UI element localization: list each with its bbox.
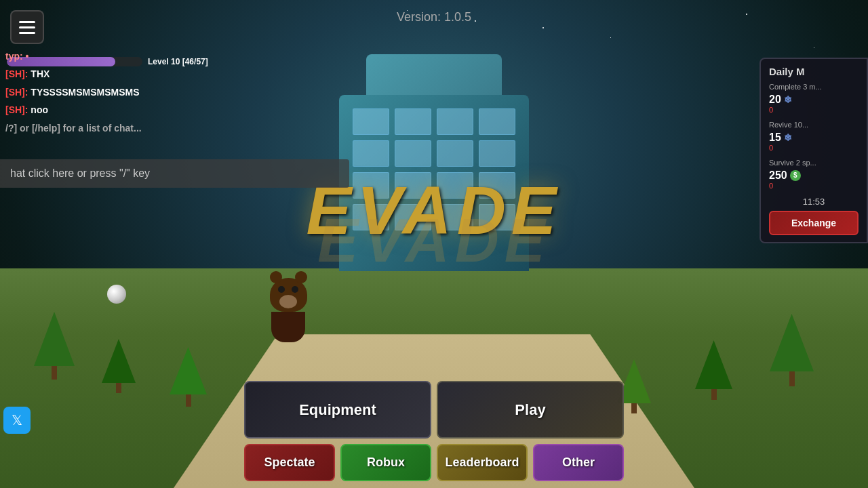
chat-input-placeholder: hat click here or press "/" key (10, 167, 150, 179)
menu-bar-2 (19, 26, 35, 28)
play-label: Play (515, 401, 545, 418)
mission-2: Revive 10... 15 ❄ 0 (769, 121, 859, 152)
exchange-button[interactable]: Exchange (769, 211, 859, 235)
mission-3-reward: 250 $ (769, 169, 859, 182)
coin-icon: $ (790, 170, 801, 181)
chat-message-3: [SH]: TYSSSSMSMSMSMSMS (0, 83, 353, 101)
chat-message-1: typ: • (0, 47, 353, 65)
menu-bar-1 (19, 21, 35, 23)
mission-3-progress: 0 (769, 182, 859, 190)
floating-sphere (107, 285, 126, 304)
character (264, 278, 312, 339)
chat-text-2: THX (31, 68, 50, 79)
top-button-row: Equipment Play (244, 381, 624, 439)
chat-username-3: [SH]: (5, 87, 28, 98)
mission-3-desc: Survive 2 sp... (769, 159, 859, 167)
chat-input-area[interactable]: hat click here or press "/" key (0, 159, 349, 188)
star (814, 47, 814, 48)
chat-message-5: /?] or [/help] for a list of chat... (0, 119, 353, 137)
bottom-button-row: Spectate Robux Leaderboard Other (244, 444, 624, 481)
mission-3: Survive 2 sp... 250 $ 0 (769, 159, 859, 190)
mission-1-progress: 0 (769, 106, 859, 114)
mission-1-desc: Complete 3 m... (769, 83, 859, 91)
mission-2-reward: 15 ❄ (769, 131, 859, 144)
star (746, 14, 747, 15)
tree (770, 314, 814, 386)
mission-1: Complete 3 m... 20 ❄ 0 (769, 83, 859, 114)
bottom-buttons: Equipment Play Spectate Robux Leaderboar… (244, 381, 624, 481)
menu-button[interactable] (10, 10, 44, 44)
twitter-button[interactable]: 𝕏 (3, 407, 31, 434)
equipment-label: Equipment (299, 401, 376, 418)
menu-bar-3 (19, 32, 35, 34)
chat-area: typ: • [SH]: THX [SH]: TYSSSSMSMSMSMSMS … (0, 47, 353, 137)
chat-text-1: • (26, 51, 29, 62)
chat-username-1: typ: (5, 51, 23, 62)
twitter-icon: 𝕏 (12, 412, 22, 428)
chat-message-4: [SH]: noo (0, 101, 353, 119)
daily-timer: 11:53 (769, 197, 859, 207)
equipment-button[interactable]: Equipment (244, 381, 431, 439)
robux-button[interactable]: Robux (340, 444, 431, 481)
snowflake-icon-1: ❄ (784, 94, 792, 105)
chat-username-4: [SH]: (5, 104, 28, 115)
other-button[interactable]: Other (533, 444, 624, 481)
mission-1-amount: 20 (769, 94, 781, 106)
leaderboard-button[interactable]: Leaderboard (437, 444, 528, 481)
tree (170, 347, 207, 407)
daily-missions-panel: Daily M Complete 3 m... 20 ❄ 0 Revive 10… (760, 58, 868, 243)
chat-text-4: noo (31, 104, 48, 115)
star (542, 27, 544, 28)
play-button[interactable]: Play (437, 381, 624, 439)
chat-username-2: [SH]: (5, 68, 28, 79)
star (610, 37, 611, 38)
mission-2-progress: 0 (769, 144, 859, 152)
star (475, 20, 476, 22)
chat-text-3: TYSSSSMSMSMSMSMS (31, 87, 139, 98)
mission-3-amount: 250 (769, 169, 787, 182)
spectate-button[interactable]: Spectate (244, 444, 335, 481)
tree (695, 340, 732, 400)
version-text: Version: 1.0.5 (397, 10, 471, 24)
mission-2-desc: Revive 10... (769, 121, 859, 129)
tree (34, 312, 75, 380)
mission-1-reward: 20 ❄ (769, 94, 859, 106)
snowflake-icon-2: ❄ (784, 132, 792, 143)
chat-text-5: /?] or [/help] for a list of chat... (5, 123, 142, 134)
daily-missions-title: Daily M (769, 66, 859, 77)
tree (102, 339, 136, 393)
chat-message-2: [SH]: THX (0, 65, 353, 83)
mission-2-amount: 15 (769, 131, 781, 144)
